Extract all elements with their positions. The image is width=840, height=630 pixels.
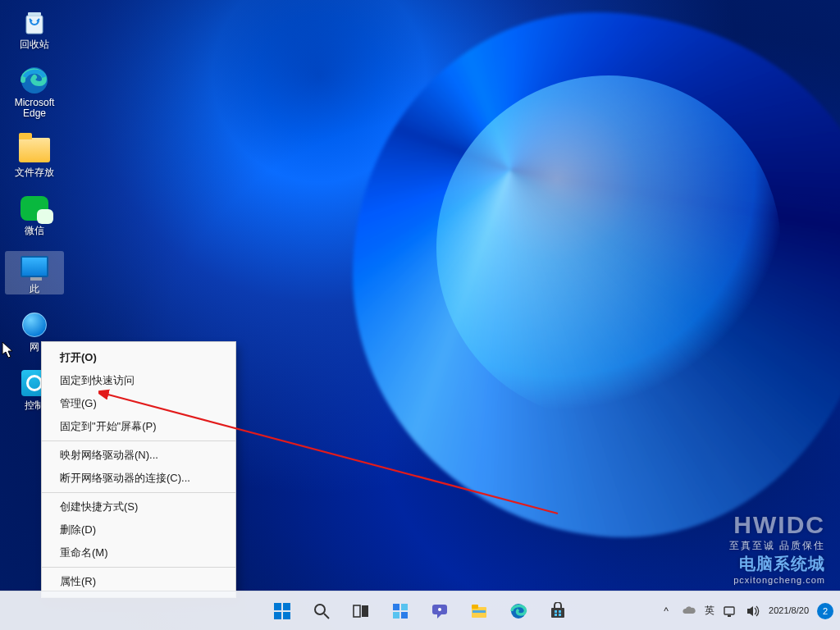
widgets-icon xyxy=(391,602,409,620)
svg-rect-14 xyxy=(393,612,399,619)
folder-icon xyxy=(19,135,50,166)
menu-item-delete[interactable]: 删除(D) xyxy=(42,518,235,541)
chat-icon xyxy=(431,602,449,620)
desktop-icon-this-pc[interactable]: 此 xyxy=(5,251,64,294)
tray-network-icon[interactable] xyxy=(723,604,737,619)
menu-item-map-drive[interactable]: 映射网络驱动器(N)... xyxy=(42,444,235,467)
svg-rect-13 xyxy=(401,604,408,610)
tray-ime-indicator[interactable]: 英 xyxy=(705,604,714,618)
menu-item-disconnect-drive[interactable]: 断开网络驱动器的连接(C)... xyxy=(42,467,235,490)
svg-rect-7 xyxy=(283,612,290,619)
svg-point-17 xyxy=(438,608,441,611)
taskbar-chat[interactable] xyxy=(424,596,455,627)
desktop-icon-folder[interactable]: 文件存放 xyxy=(5,135,64,178)
search-icon xyxy=(313,602,331,620)
svg-rect-10 xyxy=(354,605,360,617)
tray-onedrive-icon[interactable] xyxy=(682,604,696,619)
taskbar-widgets[interactable] xyxy=(385,596,416,627)
svg-rect-27 xyxy=(724,607,734,614)
recycle-bin-icon xyxy=(19,7,50,38)
svg-rect-22 xyxy=(551,608,564,618)
tray-chevron-up-icon[interactable]: ^ xyxy=(659,604,673,619)
file-explorer-icon xyxy=(470,602,488,620)
network-icon xyxy=(19,309,50,340)
menu-item-properties[interactable]: 属性(R) xyxy=(42,570,235,593)
svg-rect-12 xyxy=(393,604,399,610)
watermark-title: HWIDC xyxy=(729,511,825,539)
svg-rect-26 xyxy=(559,614,561,616)
menu-item-create-shortcut[interactable]: 创建快捷方式(S) xyxy=(42,495,235,518)
svg-rect-25 xyxy=(555,614,557,616)
svg-rect-4 xyxy=(274,603,281,610)
desktop-icon-label: 文件存放 xyxy=(15,167,54,178)
desktop-icon-recycle-bin[interactable]: 回收站 xyxy=(5,7,64,50)
svg-rect-11 xyxy=(362,605,368,617)
menu-item-rename[interactable]: 重命名(M) xyxy=(42,541,235,564)
desktop-icon-edge[interactable]: Microsoft Edge xyxy=(5,65,64,119)
menu-item-pin-quickaccess[interactable]: 固定到快速访问 xyxy=(42,369,235,392)
watermark-url: pcxitongcheng.com xyxy=(729,575,825,585)
svg-point-8 xyxy=(315,605,325,614)
svg-rect-6 xyxy=(274,612,281,619)
svg-rect-23 xyxy=(555,610,557,613)
edge-icon xyxy=(19,65,50,96)
context-menu: 打开(O) 固定到快速访问 管理(G) 固定到"开始"屏幕(P) 映射网络驱动器… xyxy=(41,341,236,598)
svg-line-9 xyxy=(324,614,329,619)
menu-item-manage[interactable]: 管理(G) xyxy=(42,392,235,415)
svg-rect-28 xyxy=(728,615,731,617)
store-icon xyxy=(549,602,567,620)
watermark-site: 电脑系统城 xyxy=(729,553,825,575)
tray-clock[interactable]: 2021/8/20 xyxy=(769,605,809,615)
desktop-icon-label: 此 xyxy=(30,284,39,294)
taskbar-search[interactable] xyxy=(306,596,337,627)
taskbar-edge[interactable] xyxy=(503,596,534,627)
tray-notification-badge[interactable]: 2 xyxy=(817,603,833,619)
svg-rect-24 xyxy=(559,610,561,613)
edge-icon xyxy=(509,602,527,620)
svg-rect-20 xyxy=(472,610,486,613)
taskbar-explorer[interactable] xyxy=(463,596,495,627)
desktop-icon-wechat[interactable]: 微信 xyxy=(5,193,64,236)
taskbar-center-items xyxy=(267,596,573,627)
start-button[interactable] xyxy=(267,596,298,627)
svg-rect-1 xyxy=(28,12,41,16)
desktop-icon-label: Microsoft Edge xyxy=(5,98,64,119)
svg-rect-5 xyxy=(283,603,290,610)
svg-rect-15 xyxy=(401,612,408,619)
taskbar-task-view[interactable] xyxy=(345,596,377,627)
windows-start-icon xyxy=(273,602,291,620)
menu-item-pin-start[interactable]: 固定到"开始"屏幕(P) xyxy=(42,415,235,438)
desktop-icon-label: 微信 xyxy=(25,226,44,236)
tray-volume-icon[interactable] xyxy=(746,604,760,619)
watermark: HWIDC 至真至诚 品质保住 电脑系统城 pcxitongcheng.com xyxy=(729,511,825,585)
watermark-subtitle: 至真至诚 品质保住 xyxy=(729,539,825,553)
desktop-icon-label: 回收站 xyxy=(20,39,49,50)
desktop-icon-label: 网 xyxy=(30,342,39,353)
system-tray: ^ 英 2021/8/20 2 xyxy=(659,591,833,630)
wechat-icon xyxy=(19,193,50,224)
this-pc-icon xyxy=(19,251,50,282)
menu-item-open[interactable]: 打开(O) xyxy=(42,346,235,369)
task-view-icon xyxy=(352,602,370,620)
taskbar: ^ 英 2021/8/20 2 xyxy=(0,591,840,630)
svg-rect-19 xyxy=(472,605,478,609)
taskbar-store[interactable] xyxy=(542,596,573,627)
